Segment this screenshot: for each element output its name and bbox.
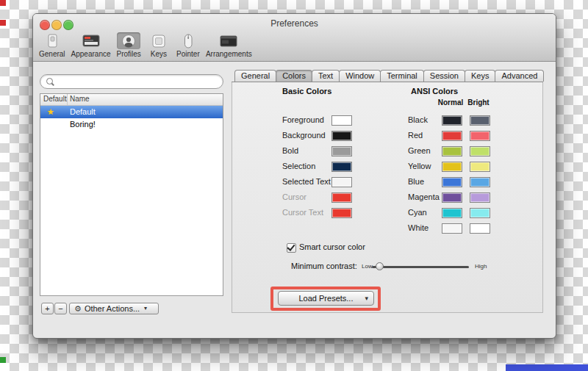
profile-name: Default bbox=[70, 106, 96, 118]
color-well[interactable] bbox=[331, 146, 352, 156]
color-well-bright[interactable] bbox=[470, 177, 490, 187]
smart-cursor-label: Smart cursor color bbox=[299, 242, 365, 251]
color-well-bright[interactable] bbox=[470, 208, 490, 218]
color-well[interactable] bbox=[331, 115, 352, 126]
smart-cursor-checkbox[interactable] bbox=[287, 243, 296, 253]
ansi-color-row-red: Red bbox=[408, 130, 493, 142]
tab-session[interactable]: Session bbox=[423, 70, 465, 82]
ansi-color-row-magenta: Magenta bbox=[408, 192, 493, 203]
tab-window[interactable]: Window bbox=[339, 70, 381, 82]
chevron-down-icon: ▾ bbox=[144, 303, 147, 314]
toolbar-item-keys[interactable]: Keys bbox=[147, 32, 171, 58]
toolbar-item-profiles[interactable]: Profiles bbox=[117, 32, 141, 58]
toolbar-item-pointer[interactable]: Pointer bbox=[176, 32, 200, 58]
profile-search-field[interactable] bbox=[40, 74, 223, 89]
remove-profile-button[interactable]: − bbox=[54, 303, 67, 314]
color-label: Selection bbox=[282, 162, 315, 170]
add-profile-button[interactable]: + bbox=[41, 303, 54, 314]
color-well[interactable] bbox=[331, 177, 352, 187]
color-well-bright[interactable] bbox=[470, 162, 490, 172]
other-actions-button[interactable]: ⚙ Other Actions... ▾ bbox=[69, 303, 159, 314]
color-label: White bbox=[408, 223, 429, 232]
color-well[interactable] bbox=[331, 131, 352, 141]
column-header-default: Default bbox=[43, 95, 67, 103]
default-star-icon: ★ bbox=[47, 106, 54, 118]
color-well-normal[interactable] bbox=[442, 208, 462, 218]
load-presets-button[interactable]: Load Presets... ▾ bbox=[278, 291, 374, 306]
search-icon bbox=[46, 78, 53, 84]
tab-keys[interactable]: Keys bbox=[465, 70, 495, 82]
load-presets-label: Load Presets... bbox=[299, 294, 354, 303]
gear-icon: ⚙ bbox=[74, 303, 82, 314]
profiles-list: Default Name ★ Default Boring! bbox=[40, 93, 223, 296]
color-well-bright[interactable] bbox=[470, 115, 490, 126]
basic-color-row-cursor-text: Cursor Text bbox=[282, 207, 353, 219]
watermark-artifact bbox=[0, 357, 6, 363]
basic-color-row-selected-text: Selected Text bbox=[282, 176, 353, 188]
ansi-color-row-yellow: Yellow bbox=[408, 161, 493, 173]
search-input[interactable] bbox=[58, 76, 219, 87]
color-well-normal[interactable] bbox=[442, 146, 462, 156]
tab-general[interactable]: General bbox=[234, 70, 276, 82]
watermark-artifact bbox=[506, 364, 588, 371]
color-well[interactable] bbox=[331, 208, 352, 218]
profile-row-boring[interactable]: Boring! bbox=[40, 118, 223, 131]
toolbar-item-label: Appearance bbox=[71, 50, 111, 58]
ansi-color-row-green: Green bbox=[408, 145, 493, 157]
mouse-icon bbox=[176, 32, 200, 49]
ansi-colors-title: ANSI Colors bbox=[411, 87, 458, 96]
toolbar-item-appearance[interactable]: Appearance bbox=[71, 32, 111, 58]
lightswitch-icon bbox=[40, 32, 64, 49]
color-label: Blue bbox=[408, 177, 424, 186]
basic-color-row-foreground: Foreground bbox=[282, 115, 353, 126]
tab-text[interactable]: Text bbox=[312, 70, 340, 82]
color-well-normal[interactable] bbox=[442, 177, 462, 187]
tab-colors[interactable]: Colors bbox=[276, 70, 312, 82]
color-well-normal[interactable] bbox=[442, 223, 462, 234]
color-well-normal[interactable] bbox=[442, 162, 462, 172]
tab-terminal[interactable]: Terminal bbox=[380, 70, 424, 82]
toolbar-item-label: Keys bbox=[151, 50, 167, 58]
tab-content-panel bbox=[232, 82, 543, 313]
color-well-normal[interactable] bbox=[442, 131, 462, 141]
color-label: Cursor Text bbox=[282, 208, 323, 217]
profiles-person-icon bbox=[117, 32, 140, 49]
contrast-slider-thumb[interactable] bbox=[376, 262, 384, 270]
column-divider bbox=[67, 94, 68, 105]
profiles-list-header: Default Name bbox=[40, 94, 223, 106]
tab-advanced[interactable]: Advanced bbox=[495, 70, 544, 82]
slider-high-label: High bbox=[475, 263, 487, 270]
other-actions-label: Other Actions... bbox=[85, 303, 140, 314]
toolbar-item-label: Arrangements bbox=[206, 50, 252, 58]
color-well[interactable] bbox=[331, 162, 352, 172]
toolbar-item-label: Profiles bbox=[117, 50, 141, 58]
checkmark-icon bbox=[287, 242, 295, 251]
toolbar-item-general[interactable]: General bbox=[39, 32, 65, 58]
bright-column-header: Bright bbox=[465, 98, 492, 107]
toolbar-item-label: General bbox=[39, 50, 65, 58]
toolbar-item-arrangements[interactable]: Arrangements bbox=[206, 32, 252, 58]
tab-bar: General Colors Text Window Terminal Sess… bbox=[232, 70, 543, 82]
color-well-bright[interactable] bbox=[470, 223, 490, 234]
color-label: Foreground bbox=[282, 115, 324, 124]
basic-color-row-background: Background bbox=[282, 130, 353, 142]
ansi-color-row-black: Black bbox=[408, 115, 493, 126]
watermark-artifact bbox=[0, 20, 6, 26]
toolbar: General Appearance Profiles Keys bbox=[39, 32, 252, 60]
color-well-normal[interactable] bbox=[442, 115, 462, 126]
color-well[interactable] bbox=[331, 192, 352, 203]
color-well-bright[interactable] bbox=[470, 146, 490, 156]
basic-color-row-selection: Selection bbox=[282, 161, 353, 173]
profile-row-default[interactable]: ★ Default bbox=[40, 106, 223, 118]
ansi-color-row-blue: Blue bbox=[408, 176, 493, 188]
basic-colors-title: Basic Colors bbox=[282, 87, 331, 96]
contrast-slider-track[interactable] bbox=[372, 266, 469, 268]
slider-low-label: Low bbox=[362, 263, 373, 270]
keycap-icon bbox=[147, 32, 171, 49]
color-label: Cursor bbox=[282, 192, 306, 201]
color-well-normal[interactable] bbox=[442, 192, 462, 203]
color-well-bright[interactable] bbox=[470, 192, 490, 203]
color-label: Magenta bbox=[408, 192, 440, 201]
basic-color-row-bold: Bold bbox=[282, 145, 353, 157]
color-well-bright[interactable] bbox=[470, 131, 490, 141]
